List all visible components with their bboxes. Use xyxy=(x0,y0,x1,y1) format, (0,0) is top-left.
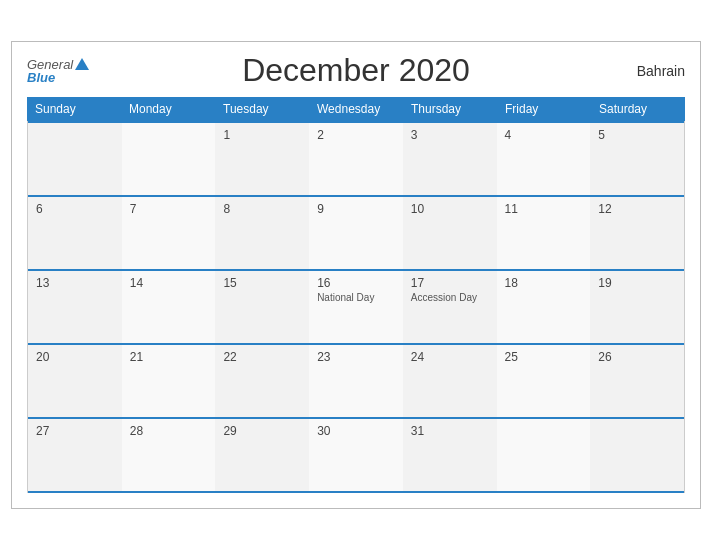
day-number: 23 xyxy=(317,350,395,364)
day-number: 20 xyxy=(36,350,114,364)
logo-blue-text: Blue xyxy=(27,71,55,84)
day-header-friday: Friday xyxy=(497,97,591,121)
day-cell xyxy=(28,123,122,195)
day-cell: 26 xyxy=(590,345,684,417)
day-cell: 29 xyxy=(215,419,309,491)
day-cell: 18 xyxy=(497,271,591,343)
day-cell: 9 xyxy=(309,197,403,269)
day-cell: 7 xyxy=(122,197,216,269)
day-number: 9 xyxy=(317,202,395,216)
day-cell: 12 xyxy=(590,197,684,269)
day-number: 28 xyxy=(130,424,208,438)
calendar-header: General Blue December 2020 Bahrain xyxy=(27,52,685,89)
day-cell: 24 xyxy=(403,345,497,417)
day-cell: 20 xyxy=(28,345,122,417)
day-number: 6 xyxy=(36,202,114,216)
event-label: Accession Day xyxy=(411,292,489,303)
day-number: 24 xyxy=(411,350,489,364)
country-label: Bahrain xyxy=(637,63,685,79)
day-cell: 23 xyxy=(309,345,403,417)
day-header-tuesday: Tuesday xyxy=(215,97,309,121)
day-cell: 31 xyxy=(403,419,497,491)
days-header: Sunday Monday Tuesday Wednesday Thursday… xyxy=(27,97,685,121)
day-number: 2 xyxy=(317,128,395,142)
day-number: 5 xyxy=(598,128,676,142)
day-cell xyxy=(122,123,216,195)
day-number: 27 xyxy=(36,424,114,438)
day-cell: 6 xyxy=(28,197,122,269)
day-cell: 4 xyxy=(497,123,591,195)
day-number: 3 xyxy=(411,128,489,142)
day-cell: 3 xyxy=(403,123,497,195)
day-number: 8 xyxy=(223,202,301,216)
day-cell: 5 xyxy=(590,123,684,195)
calendar-container: General Blue December 2020 Bahrain Sunda… xyxy=(11,41,701,509)
day-number: 30 xyxy=(317,424,395,438)
week-separator-bottom xyxy=(28,491,684,493)
day-cell: 1 xyxy=(215,123,309,195)
day-number: 21 xyxy=(130,350,208,364)
day-number: 16 xyxy=(317,276,395,290)
day-number: 22 xyxy=(223,350,301,364)
day-cell: 13 xyxy=(28,271,122,343)
day-cell: 16National Day xyxy=(309,271,403,343)
day-cell: 2 xyxy=(309,123,403,195)
day-number: 14 xyxy=(130,276,208,290)
month-title: December 2020 xyxy=(242,52,470,89)
day-number: 19 xyxy=(598,276,676,290)
day-cell: 28 xyxy=(122,419,216,491)
day-cell: 30 xyxy=(309,419,403,491)
day-header-wednesday: Wednesday xyxy=(309,97,403,121)
day-number: 1 xyxy=(223,128,301,142)
day-header-sunday: Sunday xyxy=(27,97,121,121)
logo: General Blue xyxy=(27,58,89,84)
day-number: 18 xyxy=(505,276,583,290)
day-cell: 14 xyxy=(122,271,216,343)
day-number: 29 xyxy=(223,424,301,438)
day-cell: 19 xyxy=(590,271,684,343)
day-number: 4 xyxy=(505,128,583,142)
day-number: 15 xyxy=(223,276,301,290)
day-cell: 27 xyxy=(28,419,122,491)
day-number: 17 xyxy=(411,276,489,290)
day-cell xyxy=(497,419,591,491)
day-header-thursday: Thursday xyxy=(403,97,497,121)
day-number: 11 xyxy=(505,202,583,216)
day-cell: 25 xyxy=(497,345,591,417)
logo-triangle-icon xyxy=(75,58,89,70)
day-number: 10 xyxy=(411,202,489,216)
day-header-saturday: Saturday xyxy=(591,97,685,121)
event-label: National Day xyxy=(317,292,395,303)
day-cell: 15 xyxy=(215,271,309,343)
day-number: 12 xyxy=(598,202,676,216)
day-number: 25 xyxy=(505,350,583,364)
day-number: 26 xyxy=(598,350,676,364)
day-cell: 17Accession Day xyxy=(403,271,497,343)
day-cell: 22 xyxy=(215,345,309,417)
day-header-monday: Monday xyxy=(121,97,215,121)
day-cell: 8 xyxy=(215,197,309,269)
day-cell xyxy=(590,419,684,491)
logo-general-text: General xyxy=(27,58,73,71)
day-number: 31 xyxy=(411,424,489,438)
day-number: 13 xyxy=(36,276,114,290)
day-cell: 11 xyxy=(497,197,591,269)
day-cell: 10 xyxy=(403,197,497,269)
day-cell: 21 xyxy=(122,345,216,417)
day-number: 7 xyxy=(130,202,208,216)
calendar-grid: 12345678910111213141516National Day17Acc… xyxy=(27,121,685,493)
